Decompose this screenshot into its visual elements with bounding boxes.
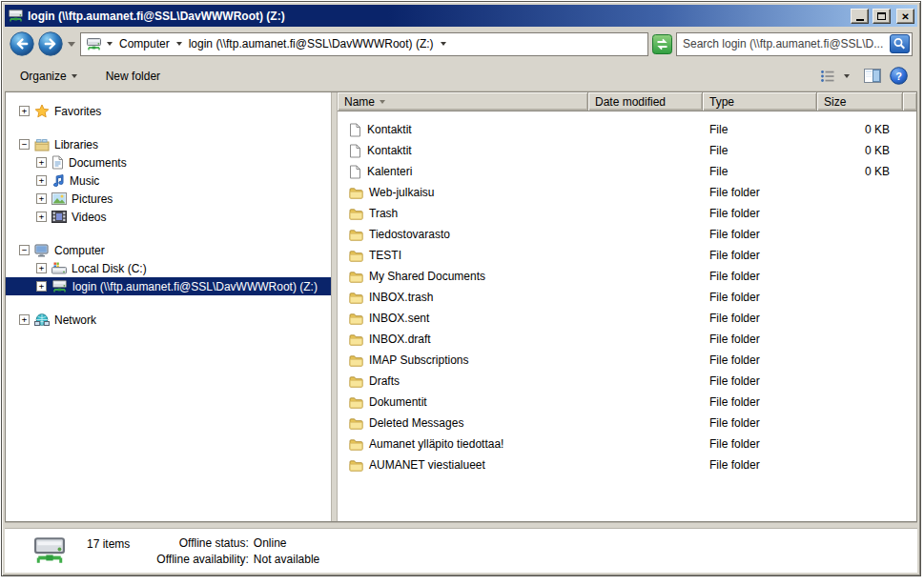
minimize-icon [856,19,864,21]
file-name-cell[interactable]: INBOX.draft [338,333,588,346]
file-row[interactable]: INBOX.sentFile folder [338,308,916,329]
file-row[interactable]: TrashFile folder [338,203,916,224]
title-bar[interactable]: login (\\ftp.aumanet.fi@SSL\DavWWWRoot) … [5,5,917,27]
file-icon [349,165,361,179]
expand-icon[interactable]: + [19,314,30,325]
file-row[interactable]: INBOX.trashFile folder [338,287,916,308]
tree-item-music[interactable]: +Music [6,171,331,190]
file-name: Kontaktit [367,123,412,136]
tree-item-videos[interactable]: +Videos [6,208,331,226]
file-row[interactable]: DraftsFile folder [338,371,916,392]
file-type-cell: File folder [703,186,817,199]
expand-icon[interactable]: + [36,281,47,292]
file-row[interactable]: KontaktitFile0 KB [338,140,916,161]
file-name-cell[interactable]: TESTI [338,249,588,262]
maximize-icon [877,12,886,20]
file-name-cell[interactable]: Deleted Messages [338,416,588,430]
file-name-cell[interactable]: Kontaktit [338,123,588,137]
breadcrumb-arrow-icon[interactable] [176,42,182,46]
minimize-button[interactable] [851,9,869,24]
file-row[interactable]: DokumentitFile folder [338,392,916,413]
file-row[interactable]: KalenteriFile0 KB [338,161,916,182]
collapse-icon[interactable]: − [19,139,30,150]
file-row[interactable]: Aumanet ylläpito tiedottaa!File folder [338,434,916,454]
breadcrumb-computer[interactable]: Computer [117,36,172,51]
tree-item-computer[interactable]: −Computer [6,241,331,259]
file-row[interactable]: Deleted MessagesFile folder [338,413,916,434]
file-name-cell[interactable]: Web-julkaisu [338,186,588,199]
file-row[interactable]: AUMANET viestialueetFile folder [338,454,916,475]
breadcrumb-arrow-icon[interactable] [107,42,113,46]
expand-icon[interactable]: + [36,175,47,186]
file-name-cell[interactable]: Kalenteri [338,165,588,179]
expand-icon[interactable]: + [36,157,47,168]
file-name-cell[interactable]: Aumanet ylläpito tiedottaa! [338,437,588,451]
column-header-size[interactable]: Size [817,92,903,111]
file-name-cell[interactable]: INBOX.sent [338,312,588,325]
column-header-name[interactable]: Name [338,92,588,111]
breadcrumb-current-folder[interactable]: login (\\ftp.aumanet.fi@SSL\DavWWWRoot) … [187,36,436,51]
file-type-cell: File [703,165,817,178]
file-type-cell: File folder [703,374,817,388]
recent-pages-dropdown[interactable] [68,42,75,47]
folder-icon [349,313,363,325]
search-button[interactable] [890,34,910,53]
file-row[interactable]: IMAP SubscriptionsFile folder [338,350,916,371]
file-row[interactable]: TESTIFile folder [338,245,916,266]
breadcrumb-arrow-icon[interactable] [441,42,446,46]
file-name-cell[interactable]: Trash [338,207,588,220]
file-icon [349,123,361,137]
offline-availability-value: Not available [254,553,319,566]
tree-item-local-disk-c[interactable]: +Local Disk (C:) [6,259,331,277]
tree-item-documents[interactable]: +Documents [6,153,331,171]
file-name: INBOX.trash [369,291,433,304]
close-button[interactable] [896,9,914,24]
help-icon[interactable]: ? [890,67,908,85]
file-name-cell[interactable]: Kontaktit [338,144,588,158]
column-header-type[interactable]: Type [703,92,817,111]
file-row[interactable]: TiedostovarastoFile folder [338,224,916,245]
expand-icon[interactable]: + [19,106,30,116]
folder-icon [349,292,363,304]
file-name-cell[interactable]: Tiedostovarasto [338,228,588,241]
tree-item-login-ftp-aumanet-fi-ssl-davwwwroot-z[interactable]: +login (\\ftp.aumanet.fi@SSL\DavWWWRoot)… [6,277,331,295]
forward-button[interactable] [38,31,63,56]
views-icon[interactable] [820,70,835,83]
expand-icon[interactable]: + [36,263,47,273]
file-type-cell: File folder [703,207,817,220]
pane-splitter[interactable] [331,92,338,521]
file-name-cell[interactable]: AUMANET viestialueet [338,458,588,472]
file-type-cell: File folder [703,228,817,241]
new-folder-button[interactable]: New folder [100,66,166,87]
maximize-button[interactable] [873,9,891,24]
file-row[interactable]: INBOX.draftFile folder [338,329,916,350]
search-box[interactable]: Search login (\\ftp.aumanet.fi@SSL\D... [676,32,913,56]
file-name-cell[interactable]: IMAP Subscriptions [338,353,588,367]
back-button[interactable] [10,31,34,56]
file-row[interactable]: KontaktitFile0 KB [338,119,916,140]
file-name-cell[interactable]: INBOX.trash [338,291,588,304]
file-name-cell[interactable]: My Shared Documents [338,270,588,283]
expand-icon[interactable]: + [36,212,47,222]
organize-button[interactable]: Organize [14,66,83,87]
file-row[interactable]: My Shared DocumentsFile folder [338,266,916,287]
refresh-button[interactable] [652,34,672,54]
drive-network-icon [86,37,102,51]
views-dropdown-icon[interactable] [844,74,850,78]
pictures-icon [51,192,67,205]
preview-pane-icon[interactable] [864,69,881,83]
tree-item-network[interactable]: +Network [6,311,331,329]
file-name-cell[interactable]: Drafts [338,374,588,388]
expand-icon[interactable]: + [36,193,47,204]
file-row[interactable]: Web-julkaisuFile folder [338,182,916,203]
search-icon [890,34,910,53]
collapse-icon[interactable]: − [19,245,30,255]
svg-text:?: ? [895,71,902,82]
tree-item-favorites[interactable]: +Favorites [6,102,331,120]
file-name-cell[interactable]: Dokumentit [338,395,588,409]
tree-item-libraries[interactable]: −Libraries [6,135,331,153]
column-header-filler [903,92,916,111]
column-header-date-modified[interactable]: Date modified [588,92,703,111]
tree-item-pictures[interactable]: +Pictures [6,190,331,208]
address-bar[interactable]: Computer login (\\ftp.aumanet.fi@SSL\Dav… [80,32,648,56]
